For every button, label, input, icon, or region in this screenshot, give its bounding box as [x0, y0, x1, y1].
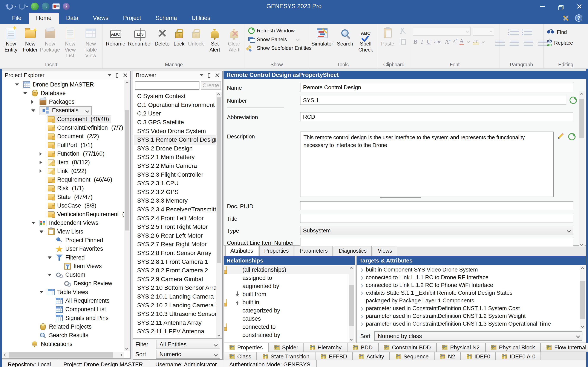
label-column-splitter[interactable]	[227, 108, 284, 108]
tree-item[interactable]: Link (0/22)	[3, 167, 124, 175]
search-button[interactable]: Search	[335, 26, 355, 47]
diagram-tab[interactable]: Physical N2	[436, 343, 485, 352]
browser-list-item[interactable]: C.1 Operational Environment	[134, 101, 216, 109]
tree-item[interactable]: User Favorites	[3, 245, 124, 253]
name-input[interactable]: Remote Control Design	[300, 83, 573, 92]
tree-item[interactable]: Risk (1/1)	[3, 184, 124, 193]
browser-list-item[interactable]: SYS.2.9 Camera Gimbal	[134, 275, 216, 284]
new-entity-button[interactable]: New Entity	[1, 26, 21, 53]
show-subfolder-entities-button[interactable]: Show Subfolder Entities	[247, 44, 313, 52]
title-input[interactable]	[300, 214, 573, 223]
tree-item[interactable]: UseCase (8/8)	[3, 201, 124, 210]
tree-expander-icon[interactable]	[31, 108, 39, 114]
new-folder-button[interactable]: New Folder	[21, 26, 40, 53]
contract-line-item-number-input[interactable]	[300, 238, 573, 247]
help-icon[interactable]: ?	[575, 14, 582, 22]
target-item[interactable]: parameter used in ConstraintDefinition C…	[357, 304, 580, 312]
pin-panel-icon[interactable]	[208, 73, 210, 78]
property-sheet-tab[interactable]: Parameters	[295, 246, 333, 256]
browser-list-item[interactable]: C.2 User	[134, 109, 216, 118]
target-item[interactable]: packaged by Package Layer 1 Components	[357, 297, 580, 304]
browser-list-item[interactable]: SYS.2.3.3 Memory	[134, 196, 216, 205]
diagram-tab[interactable]: BDD	[347, 343, 378, 352]
relationship-item[interactable]: causes	[224, 315, 349, 323]
menu-tab[interactable]: Schema	[148, 13, 184, 24]
browser-list-item[interactable]: SYS.2.10 Bottom Sensor Array	[134, 284, 216, 292]
panel-menu-icon[interactable]	[108, 74, 111, 78]
relationship-item[interactable]: built from	[224, 290, 349, 298]
tree-item[interactable]: Design Review	[3, 279, 124, 288]
description-textarea[interactable]: This remote control design is the user i…	[300, 132, 553, 197]
tree-expander-icon[interactable]	[40, 152, 47, 156]
browser-list-item[interactable]: SYS.2.8 Front Sensor Array	[134, 249, 216, 258]
relationship-item[interactable]: (all relationships)	[224, 266, 349, 274]
browser-list-item[interactable]: SYS.2.6 Rear Left Motor	[134, 231, 216, 240]
browser-list-item[interactable]: SYS.2.11.1 FPV Antenna	[134, 327, 216, 336]
type-select[interactable]: Subsystem	[300, 226, 573, 235]
relationship-item[interactable]: built in	[224, 298, 349, 307]
menu-tab[interactable]: Data	[59, 13, 86, 24]
replace-button[interactable]: Replace	[545, 37, 575, 49]
tree-item[interactable]: Essentials	[3, 106, 124, 115]
target-expand-icon[interactable]	[357, 291, 366, 295]
browser-list-item[interactable]: SYS.2.3 Flight Controller	[134, 170, 216, 179]
target-expand-icon[interactable]	[357, 322, 366, 325]
browser-list-item[interactable]: SYS.2.2 Main Camera	[134, 162, 216, 170]
property-sheet-vertical-scrollbar[interactable]	[579, 92, 585, 247]
browser-search-input[interactable]	[135, 81, 199, 90]
tree-expander-icon[interactable]	[40, 289, 47, 295]
tree-item[interactable]: Independent Views	[3, 219, 124, 227]
tree-item[interactable]: Item (0/112)	[3, 158, 124, 167]
targets-vertical-scrollbar[interactable]	[580, 266, 585, 329]
property-sheet-tab[interactable]: Views	[373, 246, 397, 256]
property-sheet-tab[interactable]: Attributes	[225, 245, 258, 256]
browser-list-item[interactable]: SYS.2.10.1 Landing Camera 1	[134, 292, 216, 301]
browser-list-item[interactable]: SYS.2.8.2 Front Camera 2	[134, 266, 216, 275]
description-splitter-handle[interactable]	[380, 197, 421, 198]
diagram-tab[interactable]: Spider	[268, 343, 304, 352]
browser-list-item[interactable]: SYS.2.10.3 Ultrasonic Sensors	[134, 310, 216, 318]
tree-item[interactable]: Drone Design MASTER	[3, 80, 124, 89]
explorer-horizontal-scrollbar[interactable]	[3, 352, 124, 358]
tree-item[interactable]: Signals and Pins	[3, 314, 124, 322]
tree-item[interactable]: Item Views	[3, 262, 124, 270]
tree-item[interactable]: VerificationRequirement (18/18)	[3, 210, 124, 218]
tree-expander-icon[interactable]	[48, 272, 55, 278]
tree-item[interactable]: Component (40/40)	[3, 115, 124, 123]
description-refresh-icon[interactable]	[568, 133, 576, 140]
tree-item[interactable]: Database	[3, 89, 124, 97]
tree-expander-icon[interactable]	[23, 90, 31, 96]
target-expand-icon[interactable]	[357, 283, 366, 287]
diagram-tab[interactable]: Hierarchy	[304, 343, 347, 352]
tree-item[interactable]: Search Results	[3, 331, 124, 340]
browser-list-item[interactable]: SYS.2.3.1 CPU	[134, 179, 216, 188]
browser-list-item[interactable]: SYS.1 Remote Control Design	[134, 135, 216, 144]
relationships-vertical-scrollbar[interactable]	[349, 266, 354, 342]
diagram-tab[interactable]: Properties	[224, 343, 268, 352]
tree-item[interactable]: Filtered	[3, 253, 124, 262]
tree-item[interactable]: All Requirements	[3, 296, 124, 305]
browser-list-item[interactable]: SYS.2.8.1 Front Camera 1	[134, 257, 216, 266]
explorer-vertical-scrollbar[interactable]	[124, 80, 130, 351]
number-input[interactable]: SYS.1	[300, 96, 566, 105]
close-button[interactable]	[575, 2, 584, 11]
spell-check-button[interactable]: Spell Check	[355, 26, 376, 53]
number-refresh-icon[interactable]	[570, 97, 577, 104]
description-edit-icon[interactable]	[557, 133, 564, 139]
browser-list-item[interactable]: SYS.2.7 Rear Right Motor	[134, 240, 216, 249]
tree-item[interactable]: Table Views	[3, 288, 124, 296]
show-panels-button[interactable]: Show Panels	[247, 35, 301, 44]
browser-list-item[interactable]: SYS.2.10.2 Landing Camera 2	[134, 301, 216, 310]
delete-button[interactable]: Delete	[153, 26, 171, 47]
target-expand-icon[interactable]	[357, 306, 366, 310]
browser-list-item[interactable]: SYS.2.1 Main Battery	[134, 153, 216, 162]
tree-item[interactable]: Notifications	[3, 340, 124, 348]
tree-expander-icon[interactable]	[31, 100, 39, 104]
browser-list-item[interactable]: SYS.2.3.2 GPS	[134, 188, 216, 197]
target-item[interactable]: parameter used in ConstraintDefinition C…	[357, 320, 580, 327]
tree-item[interactable]: Component List	[3, 305, 124, 314]
diagram-tab[interactable]: Constraint BDD	[378, 343, 436, 352]
minimize-button[interactable]	[538, 2, 547, 11]
relationship-item[interactable]: connected to	[224, 323, 349, 331]
tree-item[interactable]: ConstraintDefinition (7/7)	[3, 123, 124, 132]
